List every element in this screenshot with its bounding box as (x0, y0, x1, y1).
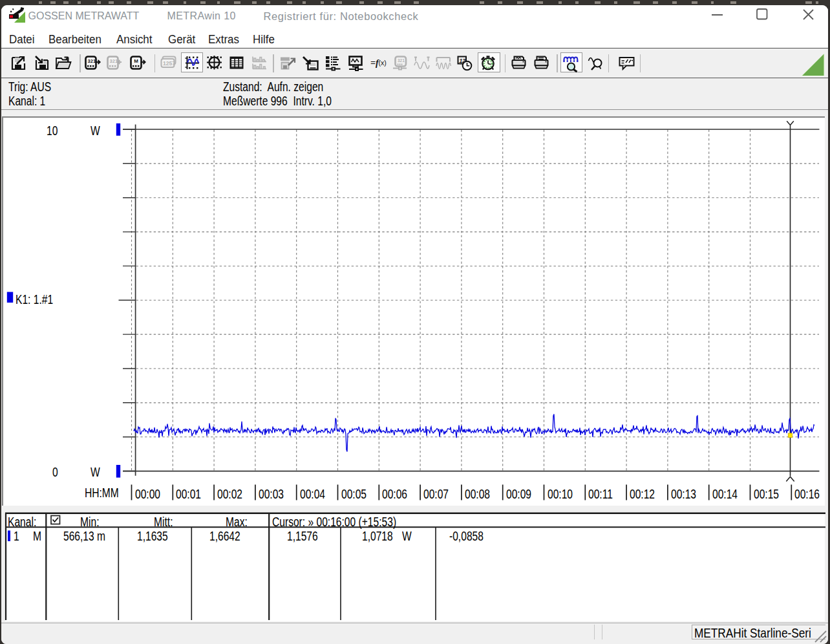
svg-text:321: 321 (398, 58, 405, 63)
svg-text:1257: 1257 (163, 60, 175, 67)
svg-text:321: 321 (109, 58, 118, 64)
svg-text:M: M (134, 58, 138, 64)
svg-text:(x): (x) (378, 59, 386, 67)
svg-text:321: 321 (87, 58, 96, 64)
